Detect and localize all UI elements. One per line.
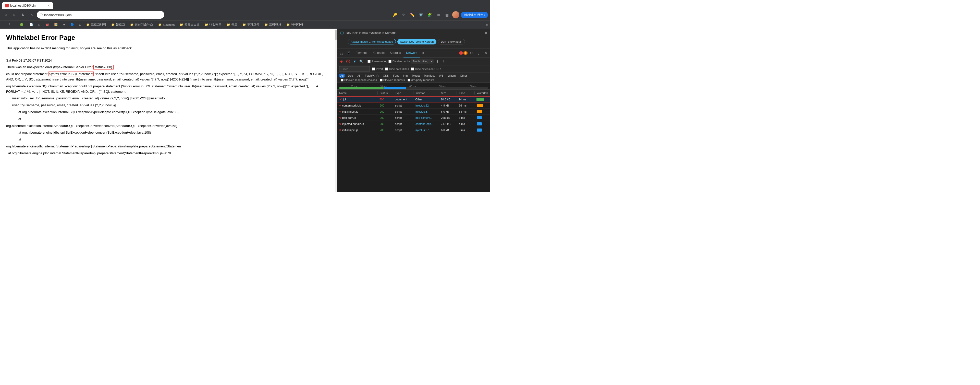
bookmark-item-3[interactable]: N xyxy=(36,23,42,27)
col-size[interactable]: Size xyxy=(439,91,457,94)
settings-button[interactable]: ⚙ xyxy=(468,50,475,56)
vertical-dots-button[interactable]: ⋮ xyxy=(475,50,482,56)
bookmark-icon-2: 📄 xyxy=(30,23,33,26)
active-tab[interactable]: localhost:8080/join ✕ xyxy=(2,2,53,9)
filter-wasm[interactable]: Wasm xyxy=(446,73,458,78)
tab-elements[interactable]: Elements xyxy=(353,49,371,58)
home-button[interactable]: ⌂ xyxy=(28,11,35,18)
bookmark-learning[interactable]: 📁 내일배움 xyxy=(203,22,224,27)
tab-sources[interactable]: Sources xyxy=(387,49,404,58)
table-row[interactable]: ✕ join 500 document Other 10.6 kB 24 ms xyxy=(337,96,490,102)
col-name[interactable]: Name xyxy=(337,91,378,94)
dont-show-again-button[interactable]: Don't show again xyxy=(438,39,465,45)
filter-text-input[interactable] xyxy=(339,66,370,72)
bookmark-icon[interactable]: ☆ xyxy=(400,11,407,18)
download-icon[interactable]: ⬇ xyxy=(441,59,447,64)
bookmark-item-4[interactable]: 🐙 xyxy=(43,22,51,27)
password-icon[interactable]: 🔑 xyxy=(391,11,399,18)
bookmark-icon-7: 🔵 xyxy=(70,23,74,26)
filter-other[interactable]: Other xyxy=(458,73,469,78)
apps-icon[interactable]: ⋮⋮⋮ xyxy=(2,22,17,27)
url-text[interactable]: localhost:8080/join xyxy=(44,13,72,17)
close-notification-button[interactable]: ✕ xyxy=(484,31,487,35)
extension-icon[interactable]: 🧩 xyxy=(426,11,433,18)
clear-button[interactable]: 🚫 xyxy=(345,59,351,64)
col-waterfall[interactable]: Waterfall xyxy=(475,91,490,94)
tab-close[interactable]: ✕ xyxy=(48,4,50,7)
blocked-requests-checkbox[interactable]: Blocked requests xyxy=(380,78,405,81)
bookmark-item-7[interactable]: 🔵 xyxy=(68,22,76,27)
always-match-button[interactable]: Always match Chrome's language xyxy=(348,39,396,45)
table-row[interactable]: ⊗ initialInject.js 200 script inject.js:… xyxy=(337,109,490,115)
inspect-icon[interactable]: ⬚ xyxy=(338,50,345,56)
edit-icon[interactable]: ✏️ xyxy=(409,11,416,18)
col-time[interactable]: Time xyxy=(457,91,475,94)
bookmark-invest[interactable]: 📁 투자교육 xyxy=(240,22,261,27)
filter-manifest[interactable]: Manifest xyxy=(422,73,436,78)
bookmark-icon-4: 🐙 xyxy=(45,23,49,26)
search-button[interactable]: 🔍 xyxy=(359,59,364,64)
bookmark-item-8[interactable]: C xyxy=(77,23,83,27)
col-status[interactable]: Status xyxy=(378,91,393,94)
bookmark-freelance[interactable]: 📁 프리랜서 xyxy=(262,22,283,27)
bookmark-programming[interactable]: 📁 프로그래밍 xyxy=(84,22,108,27)
filter-toggle-button[interactable]: ▼ xyxy=(352,59,358,64)
hide-ext-urls-checkbox[interactable]: Hide extension URLs xyxy=(411,67,441,70)
scrollbar-thumb[interactable] xyxy=(335,30,337,40)
settings-icon[interactable]: ⚙️ xyxy=(417,11,425,18)
record-button[interactable]: ⏺ xyxy=(339,59,344,64)
bookmark-item-6[interactable]: M xyxy=(61,23,67,27)
bookmark-icon-6: M xyxy=(63,23,65,26)
throttle-select[interactable]: No throttling xyxy=(411,59,434,64)
back-button[interactable]: ◀ xyxy=(2,11,9,18)
filter-fetch-xhr[interactable]: Fetch/XHR xyxy=(363,73,380,78)
reload-button[interactable]: ↻ xyxy=(19,11,27,18)
table-row[interactable]: ⊗ contentscript.js 200 script inject.js:… xyxy=(337,102,490,109)
error-insert-line: insert into user_tb(username, password, … xyxy=(6,96,331,101)
table-row[interactable]: ⊗ bex-dom.js 200 script bex-content... 2… xyxy=(337,115,490,121)
switch-korean-button[interactable]: Switch DevTools to Korean xyxy=(397,39,436,45)
bookmark-item-5[interactable]: 🖼️ xyxy=(52,22,60,27)
filter-font[interactable]: Font xyxy=(391,73,401,78)
bookmark-business[interactable]: 📁 Business xyxy=(156,22,177,27)
invert-checkbox[interactable]: Invert xyxy=(372,67,383,70)
error-status-line: There was an unexpected error (type=Inte… xyxy=(6,65,331,70)
tab-more[interactable]: » xyxy=(420,49,427,58)
scrollbar-vertical[interactable] xyxy=(335,29,337,192)
device-icon[interactable]: 📱 xyxy=(345,50,352,56)
bookmark-quant[interactable]: 📁 퀀트 xyxy=(224,22,239,27)
address-bar[interactable]: ⓘ localhost:8080/join xyxy=(37,11,164,19)
upload-icon[interactable]: ⬆ xyxy=(434,59,440,64)
filter-all[interactable]: All xyxy=(339,73,345,78)
filter-css[interactable]: CSS xyxy=(381,73,390,78)
bookmark-youtube[interactable]: 📁 유튜브쇼츠 xyxy=(178,22,202,27)
sidebar-icon[interactable]: ▤ xyxy=(444,11,451,18)
table-row[interactable]: ⊗ injected.bundle.js 200 script contentS… xyxy=(337,121,490,127)
tab-console[interactable]: Console xyxy=(371,49,387,58)
col-initiator[interactable]: Initiator xyxy=(414,91,439,94)
blocked-cookies-checkbox[interactable]: Blocked response cookies xyxy=(341,78,377,81)
tab-network[interactable]: Network xyxy=(404,49,420,58)
bookmark-blog[interactable]: 📁 블로그 xyxy=(109,22,127,27)
bookmark-ideas[interactable]: 📁 아이디어 xyxy=(284,22,305,27)
close-devtools-button[interactable]: ✕ xyxy=(482,50,489,56)
more-bookmarks[interactable]: » xyxy=(486,22,488,27)
bookmark-item-1[interactable]: 🟢 xyxy=(18,22,27,27)
bookmark-tech[interactable]: 📁 최신기술뉴스 xyxy=(128,22,155,27)
filter-doc[interactable]: Doc xyxy=(346,73,355,78)
split-icon[interactable]: ⊞ xyxy=(435,11,442,18)
filter-img[interactable]: Img xyxy=(401,73,409,78)
filter-ws[interactable]: WS xyxy=(437,73,445,78)
forward-button[interactable]: ▶ xyxy=(11,11,18,18)
col-type[interactable]: Type xyxy=(393,91,414,94)
third-party-checkbox[interactable]: 3rd-party requests xyxy=(407,78,434,81)
profile-button[interactable] xyxy=(452,11,460,18)
filter-js[interactable]: JS xyxy=(355,73,363,78)
filter-media[interactable]: Media xyxy=(410,73,422,78)
bookmark-item-2[interactable]: 📄 xyxy=(27,22,35,27)
hide-data-urls-checkbox[interactable]: Hide data URLs xyxy=(385,67,409,70)
preserve-log-checkbox[interactable]: Preserve log xyxy=(368,60,387,63)
update-button[interactable]: 업데이트 완료 : xyxy=(461,12,488,18)
table-row[interactable]: ⊗ initialInject.js 200 script inject.js:… xyxy=(337,127,490,133)
disable-cache-checkbox[interactable]: Disable cache xyxy=(388,60,410,63)
